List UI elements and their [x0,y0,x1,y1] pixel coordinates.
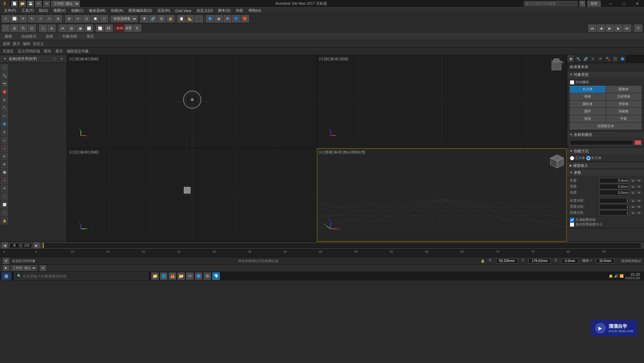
rotate-btn[interactable]: ↻ [28,15,36,22]
create-btn[interactable]: ✚ [140,15,148,22]
radio-box[interactable]: 长方体 [586,156,601,160]
scale2-btn[interactable]: ⤡ [45,15,53,22]
redo-btn[interactable]: ↪ [43,1,50,7]
taskbar-firefox[interactable]: 🦊 [169,272,176,280]
x-tool[interactable]: ✖ [1,161,8,168]
auto-key[interactable]: 自动 [116,24,124,32]
bind-btn[interactable]: 🔒 [166,15,174,22]
taskbar-app3[interactable]: ⚙ [204,272,211,280]
move-btn[interactable]: ✛ [19,15,27,22]
cmd-display[interactable]: 显示 [13,41,20,46]
wsegs-up[interactable]: ▲ [631,205,635,208]
workarea-settings-btn[interactable]: ⚙ [40,265,46,271]
rtab-hierarchy[interactable]: 🔗 [582,55,589,62]
name-color-header[interactable]: ▼ 名称和颜色 [567,131,644,138]
rtab-motion[interactable]: ↻ [589,55,597,62]
width-down[interactable]: ▼ [637,185,641,188]
new-btn[interactable]: 📄 [11,1,18,7]
sub-modeling[interactable]: 建模 [3,33,14,40]
circle-tool[interactable]: ◎ [1,137,8,144]
plus-tool[interactable]: ⊕ [1,153,8,160]
dot-tool[interactable]: 🔘 [1,169,8,176]
environment-btn[interactable]: 🔵 [232,15,240,22]
sub-selection[interactable]: 选择 [44,33,55,40]
tl-current-frame[interactable] [9,243,19,248]
select-filter-dropdown[interactable]: 矩形选择集 [111,15,138,22]
taskbar-folder[interactable]: 📁 [151,272,159,280]
hsegs-down[interactable]: ▼ [637,211,641,214]
width-input[interactable] [599,184,630,189]
gen-mapping-check[interactable] [570,218,574,222]
login-btn[interactable]: 登录 [587,1,601,7]
cmd-edit[interactable]: 编辑 [23,41,30,46]
scene-panel-toggle[interactable]: ▶ [3,265,9,271]
length-input[interactable] [599,178,630,183]
btn-cone[interactable]: 圆锥体 [606,86,642,93]
taskbar-app1[interactable]: 🎮 [186,272,194,280]
diamond-tool[interactable]: 🔷 [1,120,8,128]
keyboard-input-header[interactable]: ▶ 键盘输入 [567,162,644,169]
btn-geosphere[interactable]: 几何球体 [606,93,642,100]
ribbon-btn[interactable]: ⬜ [85,24,93,32]
down-tool[interactable]: 🔻 [1,177,8,184]
render-btn[interactable]: 🔷 [206,15,214,22]
add-time-tag[interactable]: 添加时间标记 [621,258,641,264]
color-swatch[interactable] [635,140,641,145]
box2-tool[interactable]: ⬜ [1,201,8,208]
tl-total-frame[interactable] [22,243,32,248]
params-header[interactable]: ▼ 参数 [567,169,644,176]
mirror2-btn[interactable]: ⇌ [59,24,67,32]
curve-editor[interactable]: 📈 [96,24,104,32]
menu-script[interactable]: 脚本(S) [215,7,233,14]
rtab-utility[interactable]: 🔨 [604,55,611,62]
taskbar-app2[interactable]: 🔷 [195,272,202,280]
render2-btn[interactable]: ◉ [215,15,223,22]
layer3-btn[interactable]: ⬛ [195,15,203,22]
rtab-modify[interactable]: 🔧 [575,55,582,62]
lock-tool[interactable]: 🔒 [1,217,8,224]
menu-group[interactable]: 组(G) [36,7,51,14]
align2-btn[interactable]: ⊞ [67,24,75,32]
menu-graph-editor[interactable]: 图形编辑器(D) [126,7,155,14]
menu-animation[interactable]: 动画(A) [108,7,126,14]
key-filter[interactable]: K [133,24,141,32]
sub-object-paint[interactable]: 对象绘制 [60,33,79,40]
coord-lock[interactable]: 🔒 [481,258,485,264]
rtab-extra2[interactable]: 🔷 [619,55,626,62]
lsegs-down[interactable]: ▼ [637,199,641,202]
viewport-top[interactable]: [+] [顶] [标准] [线框] X Y [67,55,317,148]
array-btn[interactable]: ⊡ [83,15,91,22]
timeline-track[interactable]: 0 5 10 15 20 25 30 35 40 45 50 55 60 65 … [0,249,644,257]
open-btn[interactable]: 📂 [19,1,26,7]
def-module[interactable]: 模块 [44,49,51,54]
spinner-snap[interactable]: ⊡ [28,24,36,32]
panel-filter-btn[interactable]: ▽ [51,55,58,62]
length-down[interactable]: ▼ [637,179,641,182]
sub-populate[interactable]: 填充 [85,33,96,40]
wsegs-input[interactable] [599,204,630,209]
x-coord-input[interactable] [496,258,518,264]
width-up[interactable]: ▲ [631,185,635,188]
menu-content[interactable]: 内容 [233,7,246,14]
y-coord-input[interactable] [529,258,550,264]
menu-create[interactable]: 创建(C) [68,7,86,14]
snap2-btn[interactable]: ⬡ [100,15,108,22]
panel-close-btn[interactable]: ✕ [58,55,65,62]
modify-tool[interactable]: 🔧 [1,72,8,80]
btn-text[interactable]: 加强型文本 [570,123,641,129]
menu-help[interactable]: 帮助(H) [246,7,264,14]
btn-box[interactable]: 长方体 [570,86,605,93]
height-input[interactable] [599,190,630,195]
menu-render[interactable]: 渲染(R) [155,7,172,14]
length-up[interactable]: ▲ [631,179,635,182]
name-input[interactable] [570,140,633,145]
z-coord-input[interactable] [561,258,578,264]
time-config[interactable]: ⏱ [634,24,642,32]
hsegs-input[interactable] [599,210,630,215]
real-world-check[interactable] [570,222,574,227]
workarea-select[interactable]: 工作区: 默认 [11,265,37,271]
layer2-btn[interactable]: 📐 [186,15,194,22]
cmd-select[interactable]: 选择 [3,41,10,46]
eye-tool[interactable]: 👁 [1,185,8,192]
def-define-space[interactable]: 定义空间区域 [18,49,40,54]
